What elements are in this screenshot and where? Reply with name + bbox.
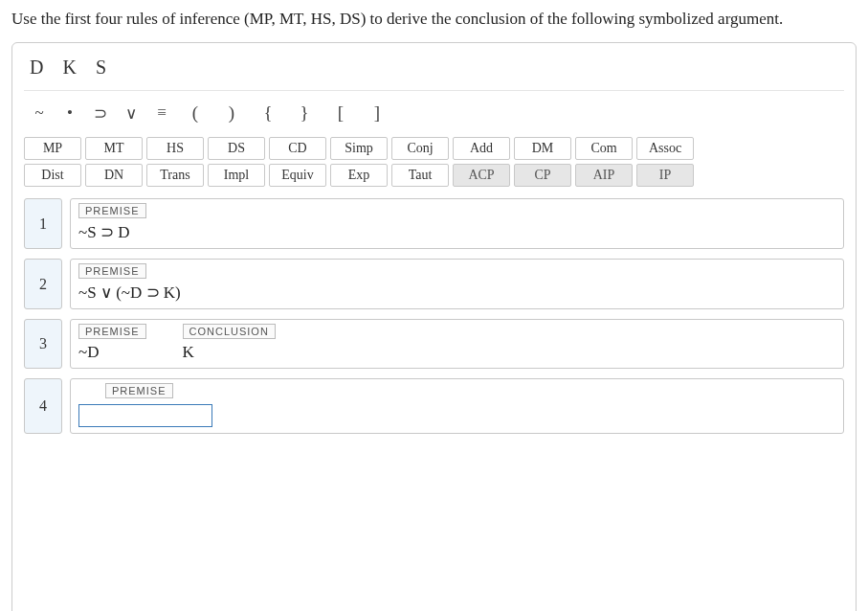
rule-btn-trans[interactable]: Trans [146,164,204,187]
line-number: 2 [24,259,62,309]
rule-btn-ds[interactable]: DS [208,137,265,160]
rule-btn-ip[interactable]: IP [636,164,694,187]
sym-rbrace[interactable]: } [288,101,321,125]
sym-lbrace[interactable]: { [252,101,284,125]
rule-btn-conj[interactable]: Conj [391,137,449,160]
rule-btn-mp[interactable]: MP [24,137,81,160]
proof-line-4: 4 PREMISE [24,378,844,434]
premise-tag: PREMISE [78,203,146,218]
proof-panel: D K S ~ • ⊃ ∨ ≡ ( ) { } [ ] MPMTHSDSCDSi… [11,42,857,611]
symbols-row: ~ • ⊃ ∨ ≡ ( ) { } [ ] [24,97,844,129]
proof-line-2: 2 PREMISE ~S ∨ (~D ⊃ K) [24,259,844,309]
rule-btn-equiv[interactable]: Equiv [269,164,326,187]
line-body[interactable]: PREMISE ~S ∨ (~D ⊃ K) [70,259,844,309]
sym-lparen[interactable]: ( [179,101,211,125]
rule-btn-assoc[interactable]: Assoc [636,137,694,160]
var-k[interactable]: K [62,57,78,79]
line-body[interactable]: PREMISE ~D CONCLUSION K [70,319,844,369]
conclusion-formula: K [183,343,194,362]
formula: ~S ⊃ D [78,222,129,242]
rule-btn-dn[interactable]: DN [85,164,143,187]
sym-rbracket[interactable]: ] [361,101,393,125]
rule-btn-taut[interactable]: Taut [391,164,449,187]
rule-btn-dm[interactable]: DM [514,137,571,160]
sym-lbracket[interactable]: [ [324,101,357,125]
instructions-text: Use the first four rules of inference (M… [11,10,857,29]
premise-tag: PREMISE [78,324,146,339]
sym-rparen[interactable]: ) [215,101,248,125]
rules-row-2: DistDNTransImplEquivExpTautACPCPAIPIP [24,162,844,189]
line-number: 3 [24,319,62,369]
rules-row-1: MPMTHSDSCDSimpConjAddDMComAssoc [24,135,844,162]
formula-input[interactable] [78,404,212,427]
premise-tag: PREMISE [78,263,146,279]
line-body[interactable]: PREMISE [70,378,844,434]
rule-btn-cp[interactable]: CP [514,164,571,187]
rule-btn-cd[interactable]: CD [269,137,326,160]
line-number: 4 [24,378,62,434]
rule-btn-exp[interactable]: Exp [330,164,388,187]
var-d[interactable]: D [30,57,45,79]
formula: ~D [78,343,99,362]
sym-horseshoe[interactable]: ⊃ [87,101,114,125]
rule-btn-com[interactable]: Com [575,137,633,160]
sym-triple-bar[interactable]: ≡ [148,101,175,125]
rule-btn-mt[interactable]: MT [85,137,143,160]
rule-btn-simp[interactable]: Simp [330,137,388,160]
sym-wedge[interactable]: ∨ [118,101,145,125]
conclusion-tag: CONCLUSION [183,324,276,339]
proof-line-3: 3 PREMISE ~D CONCLUSION K [24,319,844,369]
rule-btn-aip[interactable]: AIP [575,164,633,187]
rule-btn-hs[interactable]: HS [146,137,204,160]
sym-tilde[interactable]: ~ [26,101,53,125]
formula: ~S ∨ (~D ⊃ K) [78,283,181,303]
line-number: 1 [24,198,62,249]
derivation-area: 1 PREMISE ~S ⊃ D 2 PREMISE ~S ∨ (~D ⊃ K)… [24,198,844,434]
sym-dot[interactable]: • [56,101,83,125]
rule-btn-add[interactable]: Add [453,137,510,160]
rule-btn-acp[interactable]: ACP [453,164,510,187]
var-s[interactable]: S [96,57,108,79]
variables-row: D K S [24,53,844,91]
proof-line-1: 1 PREMISE ~S ⊃ D [24,198,844,249]
rule-btn-impl[interactable]: Impl [208,164,265,187]
rule-btn-dist[interactable]: Dist [24,164,81,187]
line-body[interactable]: PREMISE ~S ⊃ D [70,198,844,249]
premise-tag: PREMISE [105,383,173,398]
